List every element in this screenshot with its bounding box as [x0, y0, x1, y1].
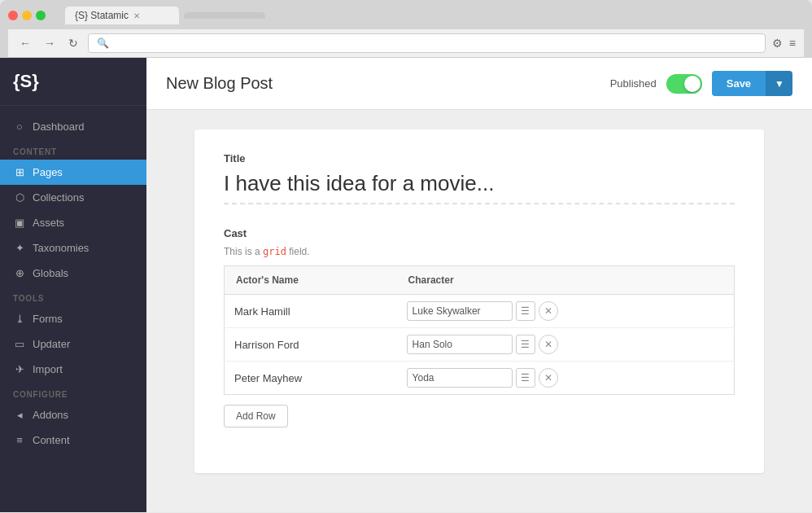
- addons-icon: ◂: [13, 409, 26, 421]
- close-button[interactable]: [8, 11, 18, 20]
- updater-icon: ▭: [13, 338, 26, 350]
- sidebar-item-label: Globals: [33, 267, 68, 279]
- sidebar-item-updater[interactable]: ▭ Updater: [0, 331, 146, 357]
- sidebar-item-addons[interactable]: ◂ Addons: [0, 402, 146, 428]
- remove-button-0[interactable]: ✕: [539, 301, 558, 321]
- save-button[interactable]: Save: [712, 71, 766, 96]
- refresh-button[interactable]: ↻: [65, 35, 81, 51]
- row-select-wrap: Luke Skywalker ☰ ✕: [407, 301, 724, 321]
- row-actions-2: ☰ ✕: [516, 368, 558, 388]
- sidebar-item-label: Forms: [33, 313, 63, 325]
- col-actor-name: Actor's Name: [225, 266, 397, 295]
- sidebar-item-label: Collections: [33, 191, 85, 204]
- browser-chrome: {S} Statamic ✕ ← → ↻ 🔍 ⚙ ≡: [0, 0, 812, 58]
- grid-tbody: Mark Hamill Luke Skywalker ☰ ✕: [225, 295, 735, 395]
- character-select-0[interactable]: Luke Skywalker: [407, 301, 513, 321]
- nav-bar: ← → ↻ 🔍 ⚙ ≡: [8, 29, 804, 58]
- section-label-content: CONTENT: [0, 139, 146, 160]
- title-input[interactable]: [224, 171, 735, 204]
- cast-grid-table: Actor's Name Character Mark Hamill Luke …: [224, 265, 735, 395]
- sidebar-item-forms[interactable]: ⤓ Forms: [0, 306, 146, 331]
- collections-icon: ⬡: [13, 191, 26, 204]
- traffic-lights: [8, 11, 46, 20]
- character-cell: Yoda ☰ ✕: [397, 362, 735, 395]
- tab-label: {S} Statamic: [75, 10, 129, 21]
- sidebar-item-content[interactable]: ≡ Content: [0, 428, 146, 453]
- actor-name-cell: Mark Hamill: [225, 295, 397, 328]
- row-select-wrap: Han Solo ☰ ✕: [407, 335, 724, 354]
- sidebar-item-label: Import: [33, 363, 63, 375]
- active-tab[interactable]: {S} Statamic ✕: [65, 7, 179, 24]
- cast-label: Cast: [224, 227, 735, 239]
- sidebar-item-collections[interactable]: ⬡ Collections: [0, 185, 146, 210]
- minimize-button[interactable]: [22, 11, 32, 20]
- grid-header-row: Actor's Name Character: [225, 266, 735, 295]
- sidebar-item-pages[interactable]: ⊞ Pages: [0, 160, 146, 185]
- header-right: Published Save ▼: [610, 71, 792, 96]
- sidebar-item-label: Taxonomies: [33, 242, 89, 254]
- search-icon: 🔍: [97, 37, 109, 49]
- section-label-tools: TOOLS: [0, 286, 146, 306]
- sidebar-item-globals[interactable]: ⊕ Globals: [0, 261, 146, 286]
- remove-button-1[interactable]: ✕: [539, 335, 558, 354]
- row-actions-1: ☰ ✕: [516, 335, 558, 354]
- address-input[interactable]: [113, 37, 757, 49]
- actor-name-cell: Peter Mayhew: [225, 362, 397, 395]
- maximize-button[interactable]: [36, 11, 46, 20]
- sidebar-item-label: Content: [33, 434, 70, 446]
- col-character: Character: [397, 266, 735, 295]
- import-icon: ✈: [13, 363, 26, 375]
- published-toggle[interactable]: [666, 74, 702, 94]
- sidebar-item-label: Assets: [33, 217, 64, 229]
- sidebar-item-dashboard[interactable]: ○ Dashboard: [0, 114, 146, 139]
- add-row-button[interactable]: Add Row: [224, 405, 288, 428]
- dashboard-icon: ○: [13, 121, 26, 133]
- tab-bar: {S} Statamic ✕: [65, 7, 265, 24]
- row-select-wrap: Yoda ☰ ✕: [407, 368, 724, 388]
- menu-icon[interactable]: ≡: [789, 37, 796, 50]
- titlebar: {S} Statamic ✕: [8, 7, 804, 24]
- cast-desc-suffix: field.: [286, 246, 310, 257]
- sidebar-item-taxonomies[interactable]: ✦ Taxonomies: [0, 235, 146, 261]
- content-config-icon: ≡: [13, 434, 26, 446]
- save-button-group: Save ▼: [712, 71, 792, 96]
- forms-icon: ⤓: [13, 313, 26, 325]
- title-label: Title: [224, 152, 735, 164]
- save-dropdown-button[interactable]: ▼: [766, 71, 792, 96]
- extensions-icon[interactable]: ⚙: [772, 37, 783, 50]
- sidebar-logo: {S}: [0, 58, 146, 106]
- table-row: Mark Hamill Luke Skywalker ☰ ✕: [225, 295, 735, 328]
- character-select-1[interactable]: Han Solo: [407, 335, 513, 354]
- app-layout: {S} ○ Dashboard CONTENT ⊞ Pages ⬡ Collec…: [0, 58, 812, 512]
- character-select-2[interactable]: Yoda: [407, 368, 513, 388]
- reorder-button-0[interactable]: ☰: [516, 301, 535, 321]
- form-area: Title Cast This is a grid field. Actor's…: [146, 110, 812, 512]
- cast-field-group: Cast This is a grid field. Actor's Name …: [224, 227, 735, 428]
- tab-close-icon[interactable]: ✕: [133, 11, 140, 20]
- character-cell: Han Solo ☰ ✕: [397, 328, 735, 362]
- reorder-button-1[interactable]: ☰: [516, 335, 535, 354]
- grid-thead: Actor's Name Character: [225, 266, 735, 295]
- title-field-group: Title: [224, 152, 735, 204]
- address-bar: 🔍: [88, 33, 766, 53]
- empty-tab[interactable]: [184, 12, 265, 19]
- assets-icon: ▣: [13, 217, 26, 229]
- sidebar-nav: ○ Dashboard CONTENT ⊞ Pages ⬡ Collection…: [0, 106, 146, 512]
- section-label-configure: CONFIGURE: [0, 382, 146, 402]
- sidebar-item-assets[interactable]: ▣ Assets: [0, 210, 146, 235]
- forward-button[interactable]: →: [41, 35, 59, 51]
- main-content: New Blog Post Published Save ▼ Title: [146, 58, 812, 512]
- sidebar-item-label: Dashboard: [33, 121, 85, 133]
- page-title: New Blog Post: [166, 74, 597, 93]
- cast-description: This is a grid field.: [224, 246, 735, 257]
- actor-name-cell: Harrison Ford: [225, 328, 397, 362]
- row-actions-0: ☰ ✕: [516, 301, 558, 321]
- sidebar-item-import[interactable]: ✈ Import: [0, 357, 146, 382]
- remove-button-2[interactable]: ✕: [539, 368, 558, 388]
- sidebar-item-label: Updater: [33, 338, 70, 350]
- pages-icon: ⊞: [13, 166, 26, 178]
- grid-keyword: grid: [263, 246, 286, 257]
- back-button[interactable]: ←: [16, 35, 34, 51]
- reorder-button-2[interactable]: ☰: [516, 368, 535, 388]
- character-cell: Luke Skywalker ☰ ✕: [397, 295, 735, 328]
